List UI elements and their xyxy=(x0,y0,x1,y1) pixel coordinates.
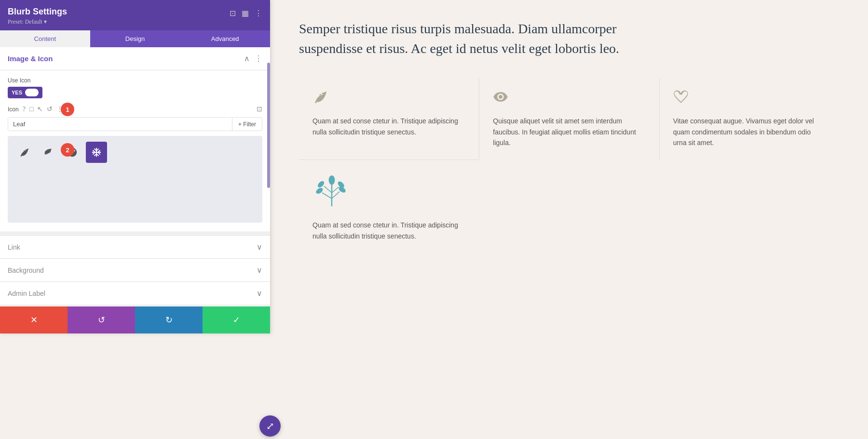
tab-content[interactable]: Content xyxy=(0,30,90,47)
tab-design[interactable]: Design xyxy=(90,30,180,47)
icon-expand-btn[interactable]: ⊡ xyxy=(257,105,262,113)
section-admin-label-header[interactable]: Admin Label ∨ xyxy=(0,282,270,305)
section-link-header[interactable]: Link ∨ xyxy=(0,236,270,258)
admin-label-collapse-icon: ∨ xyxy=(257,289,262,298)
use-icon-label: Use Icon xyxy=(8,77,262,84)
section-more-icon[interactable]: ⋮ xyxy=(255,54,262,63)
card-2-icon xyxy=(493,89,645,108)
card-3-icon xyxy=(673,89,826,108)
section-image-icon-header: Image & Icon ∧ ⋮ xyxy=(0,47,270,70)
card-1: Quam at sed conse ctetur in. Tristique a… xyxy=(299,78,479,160)
save-button[interactable]: ✓ xyxy=(203,306,270,333)
filter-button[interactable]: + Filter xyxy=(232,118,262,131)
cancel-button[interactable]: ✕ xyxy=(0,306,68,333)
card-bottom: Quam at sed conse ctetur in. Tristique a… xyxy=(299,160,479,253)
svg-point-9 xyxy=(329,175,335,185)
step-badge-1: 1 xyxy=(61,103,74,116)
leaf-illustration xyxy=(312,172,351,212)
section-image-icon-title: Image & Icon xyxy=(8,54,53,63)
svg-line-3 xyxy=(332,192,339,199)
panel-body: Image & Icon ∧ ⋮ Use Icon YES xyxy=(0,47,270,333)
panel-header-left: Blurb Settings Preset: Default ▾ xyxy=(8,7,67,26)
settings-panel: Blurb Settings Preset: Default ▾ ⊡ ▦ ⋮ C… xyxy=(0,0,270,333)
redo-button[interactable]: ↻ xyxy=(135,306,203,333)
collapse-icon[interactable]: ∧ xyxy=(244,54,250,63)
toggle-slider xyxy=(25,89,39,96)
section-admin-label: Admin Label ∨ xyxy=(0,281,270,305)
section-image-icon-controls: ∧ ⋮ xyxy=(244,54,262,63)
panel-header: Blurb Settings Preset: Default ▾ ⊡ ▦ ⋮ xyxy=(0,0,270,30)
grid-icon[interactable]: ▦ xyxy=(242,9,249,18)
tab-advanced[interactable]: Advanced xyxy=(180,30,270,47)
undo-icon: ↺ xyxy=(98,315,105,325)
icon-search-box: + Filter xyxy=(8,117,262,131)
icon-label: Icon xyxy=(8,106,19,113)
svg-point-6 xyxy=(317,180,326,189)
save-icon: ✓ xyxy=(233,315,240,325)
icon-leaf-2[interactable] xyxy=(38,142,59,163)
background-collapse-icon: ∨ xyxy=(257,266,262,275)
link-collapse-icon: ∨ xyxy=(257,242,262,252)
card-grid: Quam at sed conse ctetur in. Tristique a… xyxy=(299,78,839,253)
use-icon-toggle[interactable]: YES xyxy=(8,87,42,98)
card-2-text: Quisque aliquet velit sit amet sem inter… xyxy=(493,116,645,148)
drag-handle[interactable]: ⤢ xyxy=(259,415,281,437)
panel-preset[interactable]: Preset: Default ▾ xyxy=(8,18,67,26)
scroll-thumb[interactable] xyxy=(267,63,270,188)
card-2: Quisque aliquet velit sit amet sem inter… xyxy=(479,78,659,160)
undo-button[interactable]: ↺ xyxy=(68,306,135,333)
icon-search-input[interactable] xyxy=(8,118,232,131)
panel-footer: ✕ ↺ ↻ ✓ xyxy=(0,306,270,333)
toggle-yes-label: YES xyxy=(12,90,22,95)
icon-tools: ? □ ↖ ↺ ⋮ xyxy=(23,105,64,113)
section-image-icon: Image & Icon ∧ ⋮ Use Icon YES xyxy=(0,47,270,231)
icon-tool-help[interactable]: ? xyxy=(23,106,26,113)
icon-tool-reset[interactable]: ↺ xyxy=(47,105,53,113)
drag-icon: ⤢ xyxy=(266,420,274,432)
svg-point-5 xyxy=(315,187,324,195)
card-1-text: Quam at sed conse ctetur in. Tristique a… xyxy=(312,116,465,137)
section-background-title: Background xyxy=(8,266,44,274)
card-3-text: Vitae consequat augue. Vivamus eget dolo… xyxy=(673,116,826,148)
section-link: Link ∨ xyxy=(0,235,270,258)
redo-icon: ↻ xyxy=(165,315,173,325)
icon-grid xyxy=(8,136,262,223)
section-background-header[interactable]: Background ∨ xyxy=(0,259,270,281)
svg-line-2 xyxy=(324,186,332,193)
svg-line-1 xyxy=(322,193,332,199)
icon-leaf-1[interactable] xyxy=(14,142,35,163)
section-link-title: Link xyxy=(8,243,20,251)
panel-header-actions: ⊡ ▦ ⋮ xyxy=(230,9,262,18)
icon-tool-copy[interactable]: □ xyxy=(29,106,33,113)
main-content: Semper tristique risus turpis malesuada.… xyxy=(270,0,868,439)
section-image-icon-content: Use Icon YES Icon ? □ ↖ xyxy=(0,70,270,231)
card-3: Vitae consequat augue. Vivamus eget dolo… xyxy=(659,78,839,160)
section-admin-label-title: Admin Label xyxy=(8,290,45,297)
panel-tabs: Content Design Advanced xyxy=(0,30,270,47)
icon-tool-cursor[interactable]: ↖ xyxy=(37,105,43,113)
icon-toolbar-row: Icon ? □ ↖ ↺ ⋮ ⊡ xyxy=(8,105,262,113)
svg-line-4 xyxy=(332,187,339,193)
cancel-icon: ✕ xyxy=(30,315,38,325)
card-1-icon xyxy=(312,89,465,108)
card-bottom-text: Quam at sed conse ctetur in. Tristique a… xyxy=(312,220,465,241)
more-icon[interactable]: ⋮ xyxy=(255,9,262,18)
intro-text: Semper tristique risus turpis malesuada.… xyxy=(299,19,637,58)
icon-leaf-4[interactable] xyxy=(86,142,107,163)
panel-title: Blurb Settings xyxy=(8,7,67,17)
expand-icon[interactable]: ⊡ xyxy=(230,9,236,18)
step-badge-2: 2 xyxy=(61,143,74,157)
section-background: Background ∨ xyxy=(0,258,270,281)
